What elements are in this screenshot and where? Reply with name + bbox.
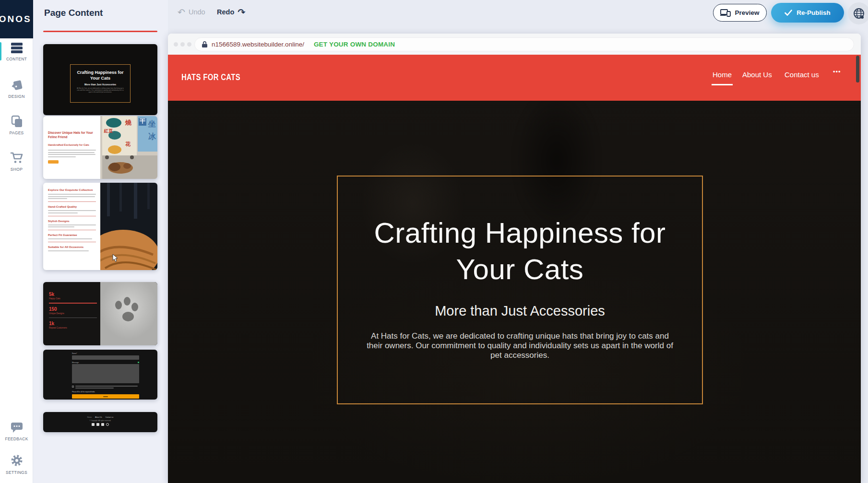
devices-icon: [720, 9, 731, 17]
redo-button[interactable]: Redo ↷: [217, 8, 245, 16]
browser-chrome-bar: n1566589.websitebuilder.online/ GET YOUR…: [168, 34, 861, 55]
window-dot: [180, 42, 185, 47]
thumb-hero-body: At Hats for Cats, we are dedicated to cr…: [76, 87, 124, 93]
thumb-footer-link: Contact us: [106, 416, 114, 418]
preview-scrollbar-thumb[interactable]: [856, 56, 859, 82]
sidebar-item-label: SHOP: [11, 167, 23, 172]
hero-content-block[interactable]: Crafting Happiness for Your Cats More th…: [337, 176, 703, 404]
page-content-panel: Page Content Crafting Happiness for Your…: [33, 0, 168, 483]
sidebar-item-label: SETTINGS: [6, 470, 27, 475]
hero-subtitle: More than Just Accessories: [435, 303, 605, 319]
preview-label: Preview: [735, 9, 759, 16]
nav-link-contact[interactable]: Contact us: [785, 71, 819, 79]
window-dot: [174, 42, 178, 47]
thumb-form-checkbox: [72, 386, 74, 388]
social-icon: [92, 423, 95, 426]
svg-text:紅豆: 紅豆: [104, 129, 113, 133]
section-thumbnail-footer[interactable]: Home About Us Contact us © Copyright. Al…: [43, 412, 157, 432]
content-blocks-icon: [11, 42, 23, 54]
redo-label: Redo: [217, 8, 234, 16]
thumb-hero-title-line2: Your Cats: [90, 76, 110, 81]
ionos-logo[interactable]: IONOS: [0, 0, 33, 38]
svg-text:燒: 燒: [125, 119, 132, 126]
stat-value: 5k: [49, 292, 98, 297]
redo-icon: ↷: [238, 8, 245, 16]
ionos-logo-text: IONOS: [0, 14, 32, 24]
site-preview-frame: n1566589.websitebuilder.online/ GET YOUR…: [168, 34, 861, 483]
nav-rail: IONOS CONTENT DESIGN: [0, 0, 33, 483]
thumb-form-message-label: Message: [72, 362, 79, 364]
pages-icon: [11, 115, 23, 128]
svg-text:花: 花: [125, 141, 131, 147]
panel-title: Page Content: [44, 8, 103, 18]
sidebar-item-label: PAGES: [9, 130, 24, 135]
stat-label: Repeat Customers: [49, 327, 98, 329]
thumb-collection-heading: Suitable for All Occasions: [48, 246, 97, 248]
check-icon: [785, 10, 792, 16]
sidebar-item-pages[interactable]: PAGES: [0, 115, 33, 135]
sidebar-item-label: DESIGN: [8, 94, 24, 99]
globe-icon: [853, 7, 865, 20]
section-thumbnail-stats[interactable]: 5k Happy Cats 150 Unique Designs 1k Repe…: [43, 282, 157, 345]
language-globe-button[interactable]: [848, 2, 868, 24]
thumb-footer-copyright: © Copyright. All rights reserved.: [90, 420, 111, 422]
thumb-form-message-textarea: [72, 364, 139, 383]
stat-label: Unique Designs: [49, 312, 98, 315]
site-brand[interactable]: HATS FOR CATS: [181, 72, 240, 82]
stat-value: 150: [49, 306, 98, 312]
thumb-collection-heading: Perfect Fit Guarantee: [48, 234, 97, 236]
hero-title-line2: Your Cats: [456, 253, 584, 285]
settings-gear-icon: [10, 454, 24, 467]
thumb-features-subheading: Handcrafted Exclusively for Cats: [48, 143, 96, 146]
republish-button[interactable]: Re-Publish: [771, 3, 844, 23]
nav-more-icon[interactable]: •••: [833, 68, 841, 75]
sidebar-item-shop[interactable]: SHOP: [0, 152, 33, 172]
nav-link-about[interactable]: About Us: [742, 71, 772, 79]
undo-icon: ↶: [178, 8, 185, 16]
thumb-hero-box: Crafting Happiness for Your Cats More th…: [70, 64, 131, 103]
thumb-features-button: [48, 160, 59, 164]
sidebar-item-feedback[interactable]: FEEDBACK: [0, 421, 33, 441]
sidebar-item-design[interactable]: DESIGN: [0, 79, 33, 99]
undo-label: Undo: [189, 8, 205, 16]
ionos-builder-app: IONOS CONTENT DESIGN: [0, 0, 868, 483]
social-icon: [96, 423, 99, 426]
thumb-form-note: Please fill in all the required fields.: [72, 391, 140, 393]
thumb-stats-photo: [100, 282, 157, 345]
republish-label: Re-Publish: [797, 9, 831, 16]
lock-icon: [202, 41, 208, 48]
thumb-collection-heading: Stylish Designs: [48, 220, 97, 223]
section-thumbnail-collection[interactable]: Explore Our Exquisite Collection Hand-Cr…: [43, 183, 157, 270]
undo-button[interactable]: ↶ Undo: [178, 8, 205, 16]
active-tab-indicator: [43, 31, 157, 32]
site-header: HATS FOR CATS Home About Us Contact us •…: [168, 55, 861, 101]
site-canvas: HATS FOR CATS Home About Us Contact us •…: [168, 55, 861, 483]
svg-text:坐: 坐: [148, 120, 156, 128]
sidebar-item-label: CONTENT: [6, 57, 27, 61]
preview-button[interactable]: Preview: [713, 4, 767, 22]
address-bar: n1566589.websitebuilder.online/ GET YOUR…: [194, 37, 854, 51]
thumb-form-name-label: Name*: [72, 353, 140, 354]
thumb-hero-title-line1: Crafting Happiness for: [77, 70, 123, 75]
svg-text:冰: 冰: [148, 132, 156, 141]
get-domain-link[interactable]: GET YOUR OWN DOMAIN: [314, 41, 395, 48]
nav-link-home[interactable]: Home: [713, 71, 732, 79]
sidebar-item-label: FEEDBACK: [5, 436, 28, 441]
sidebar-item-content[interactable]: CONTENT: [0, 42, 33, 61]
section-thumbnail-features[interactable]: Discover Unique Hats for Your Feline Fri…: [43, 116, 157, 179]
section-thumbnail-form[interactable]: Name* Message Please fill in all the req…: [43, 350, 157, 400]
sidebar-item-settings[interactable]: SETTINGS: [0, 454, 33, 475]
section-thumbnail-hero[interactable]: Crafting Happiness for Your Cats More th…: [43, 44, 157, 115]
social-icon: [101, 423, 104, 426]
thumb-collection-heading: Explore Our Exquisite Collection: [48, 188, 97, 191]
shop-cart-icon: [10, 152, 24, 164]
design-icon: [11, 79, 23, 91]
window-dot: [187, 42, 191, 47]
thumb-footer-link: Home: [87, 416, 92, 418]
site-url[interactable]: n1566589.websitebuilder.online/: [212, 41, 304, 48]
nav-active-underline: [712, 84, 733, 85]
thumb-form-submit-button: [72, 394, 139, 399]
thumb-form-badge-icon: [138, 362, 140, 364]
hero-body-text: At Hats for Cats, we are dedicated to cr…: [364, 331, 677, 360]
stat-label: Happy Cats: [49, 297, 98, 300]
